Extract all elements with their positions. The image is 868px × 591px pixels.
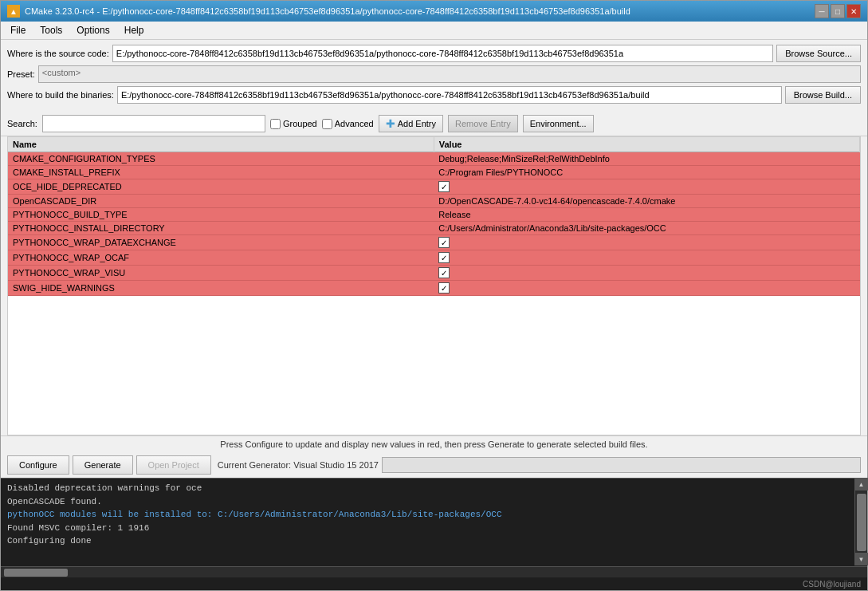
log-line: Found MSVC compiler: 1 1916 (7, 522, 848, 535)
scroll-up-button[interactable]: ▲ (855, 478, 868, 491)
cmake-table: Name Value CMAKE_CONFIGURATION_TYPESDebu… (8, 137, 860, 296)
maximize-button[interactable]: □ (831, 4, 845, 18)
menu-tools[interactable]: Tools (33, 23, 69, 37)
log-output[interactable]: Disabled deprecation warnings for oceOpe… (1, 478, 854, 565)
log-line: pythonOCC modules will be installed to: … (7, 508, 848, 522)
row-name: PYTHONOCC_WRAP_VISU (8, 266, 434, 281)
preset-row: Preset: <custom> (7, 65, 861, 83)
status-text: Press Configure to update and display ne… (220, 439, 647, 449)
row-value: ✓ (434, 250, 859, 266)
scroll-down-button[interactable]: ▼ (855, 553, 868, 565)
row-value: C:/Program Files/PYTHONOCC (434, 166, 859, 179)
main-window: ▲ CMake 3.23.0-rc4 - E:/pythonocc-core-7… (0, 0, 868, 591)
preset-dropdown[interactable]: <custom> (38, 65, 861, 83)
source-row: Where is the source code: Browse Source.… (7, 45, 861, 62)
remove-entry-label: Remove Entry (455, 119, 511, 128)
table-header: Name Value (8, 137, 860, 152)
environment-button[interactable]: Environment... (523, 115, 594, 132)
row-name: CMAKE_INSTALL_PREFIX (8, 166, 434, 179)
browse-source-button[interactable]: Browse Source... (776, 45, 861, 62)
table-row[interactable]: PYTHONOCC_WRAP_VISU✓ (8, 266, 860, 281)
preset-label: Preset: (7, 69, 35, 79)
table-row[interactable]: OCE_HIDE_DEPRECATED✓ (8, 179, 860, 195)
title-bar: ▲ CMake 3.23.0-rc4 - E:/pythonocc-core-7… (1, 1, 867, 22)
title-bar-left: ▲ CMake 3.23.0-rc4 - E:/pythonocc-core-7… (7, 5, 630, 18)
plus-icon: ✚ (386, 117, 395, 130)
grouped-label: Grouped (283, 119, 317, 128)
watermark-area: CSDN@loujiand (1, 578, 867, 590)
build-label: Where to build the binaries: (7, 90, 114, 100)
table-row[interactable]: SWIG_HIDE_WARNINGS✓ (8, 281, 860, 296)
row-value: D:/OpenCASCADE-7.4.0-vc14-64/opencascade… (434, 195, 859, 208)
table-row[interactable]: PYTHONOCC_BUILD_TYPERelease (8, 208, 860, 222)
build-input[interactable] (117, 86, 782, 104)
col-value: Value (434, 137, 859, 152)
table-row[interactable]: CMAKE_INSTALL_PREFIXC:/Program Files/PYT… (8, 166, 860, 179)
remove-entry-button[interactable]: Remove Entry (448, 115, 518, 132)
table-row[interactable]: OpenCASCADE_DIRD:/OpenCASCADE-7.4.0-vc14… (8, 195, 860, 208)
source-input[interactable] (112, 45, 773, 62)
grouped-checkbox-label[interactable]: Grouped (270, 119, 317, 129)
add-entry-button[interactable]: ✚ Add Entry (379, 115, 443, 132)
row-value: C:/Users/Administrator/Anaconda3/Lib/sit… (434, 222, 859, 235)
row-name: OCE_HIDE_DEPRECATED (8, 179, 434, 195)
advanced-label: Advanced (335, 119, 374, 128)
progress-bar (382, 457, 861, 473)
row-value: Release (434, 208, 859, 222)
horizontal-scroll-thumb[interactable] (4, 569, 68, 577)
horizontal-scroll-area (1, 565, 867, 578)
log-line: Configuring done (7, 534, 848, 548)
build-row: Where to build the binaries: Browse Buil… (7, 86, 861, 104)
log-line: OpenCASCADE found. (7, 495, 848, 509)
row-value: ✓ (434, 179, 859, 195)
status-bar: Press Configure to update and display ne… (1, 435, 867, 452)
window-controls: ─ □ ✕ (815, 4, 861, 18)
table-row[interactable]: CMAKE_CONFIGURATION_TYPESDebug;Release;M… (8, 152, 860, 166)
add-entry-label: Add Entry (398, 119, 436, 128)
browse-build-button[interactable]: Browse Build... (785, 86, 861, 104)
watermark-text: CSDN@loujiand (803, 580, 861, 589)
grouped-checkbox[interactable] (270, 119, 281, 129)
horizontal-scrollbar[interactable] (1, 566, 867, 577)
row-name: SWIG_HIDE_WARNINGS (8, 281, 434, 296)
scroll-thumb[interactable] (857, 494, 866, 551)
row-name: PYTHONOCC_BUILD_TYPE (8, 208, 434, 222)
window-title: CMake 3.23.0-rc4 - E:/pythonocc-core-784… (25, 6, 630, 16)
menu-options[interactable]: Options (70, 23, 116, 37)
table-row[interactable]: PYTHONOCC_WRAP_DATAEXCHANGE✓ (8, 235, 860, 250)
generate-button[interactable]: Generate (73, 455, 133, 475)
table-row[interactable]: PYTHONOCC_INSTALL_DIRECTORYC:/Users/Admi… (8, 222, 860, 235)
log-scrollbar-area: Disabled deprecation warnings for oceOpe… (1, 478, 867, 565)
search-input[interactable] (42, 115, 265, 132)
generator-label: Current Generator: Visual Studio 15 2017 (218, 460, 379, 470)
log-line: Disabled deprecation warnings for oce (7, 482, 848, 495)
row-value: ✓ (434, 235, 859, 250)
advanced-checkbox[interactable] (322, 119, 332, 129)
row-value: Debug;Release;MinSizeRel;RelWithDebInfo (434, 152, 859, 166)
configure-button[interactable]: Configure (7, 455, 69, 475)
row-name: CMAKE_CONFIGURATION_TYPES (8, 152, 434, 166)
open-project-button[interactable]: Open Project (136, 455, 211, 475)
table-body: CMAKE_CONFIGURATION_TYPESDebug;Release;M… (8, 152, 860, 296)
row-name: PYTHONOCC_WRAP_OCAF (8, 250, 434, 266)
search-label: Search: (7, 119, 37, 128)
source-label: Where is the source code: (7, 49, 109, 58)
row-name: PYTHONOCC_INSTALL_DIRECTORY (8, 222, 434, 235)
close-button[interactable]: ✕ (846, 4, 861, 18)
table-area[interactable]: Name Value CMAKE_CONFIGURATION_TYPESDebu… (7, 136, 861, 435)
row-value: ✓ (434, 281, 859, 296)
row-name: OpenCASCADE_DIR (8, 195, 434, 208)
log-scrollbar[interactable]: ▲ ▼ (854, 478, 867, 565)
form-area: Where is the source code: Browse Source.… (1, 40, 867, 112)
search-row: Search: Grouped Advanced ✚ Add Entry Rem… (1, 112, 867, 136)
advanced-checkbox-label[interactable]: Advanced (322, 119, 374, 129)
menu-file[interactable]: File (4, 23, 32, 37)
bottom-buttons: Configure Generate Open Project Current … (1, 452, 867, 478)
row-value: ✓ (434, 266, 859, 281)
table-row[interactable]: PYTHONOCC_WRAP_OCAF✓ (8, 250, 860, 266)
row-name: PYTHONOCC_WRAP_DATAEXCHANGE (8, 235, 434, 250)
col-name: Name (8, 137, 434, 152)
app-icon: ▲ (7, 5, 20, 18)
menu-help[interactable]: Help (118, 23, 151, 37)
minimize-button[interactable]: ─ (815, 4, 829, 18)
